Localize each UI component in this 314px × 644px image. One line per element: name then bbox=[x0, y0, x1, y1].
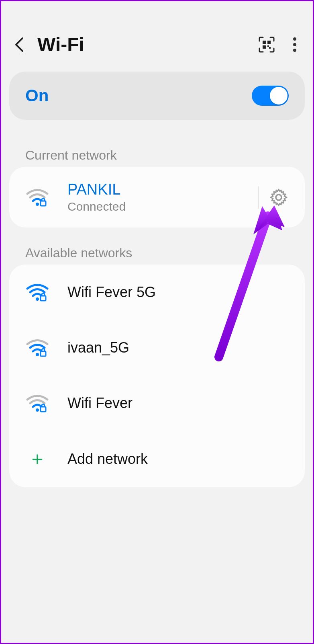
wifi-toggle-switch[interactable] bbox=[252, 86, 289, 106]
svg-point-5 bbox=[293, 37, 296, 41]
network-status: Connected bbox=[67, 200, 254, 213]
wifi-signal-icon bbox=[25, 338, 49, 357]
network-name: Wifi Fever 5G bbox=[67, 284, 289, 301]
available-networks-card: Wifi Fever 5G ivaan_5G bbox=[9, 265, 305, 487]
network-name: ivaan_5G bbox=[67, 339, 289, 356]
available-networks-label: Available networks bbox=[9, 238, 305, 265]
network-row[interactable]: Wifi Fever 5G bbox=[9, 265, 305, 320]
wifi-toggle-card: On bbox=[9, 72, 305, 120]
qr-code-icon bbox=[258, 36, 275, 53]
current-network-label: Current network bbox=[9, 140, 305, 167]
wifi-toggle-label: On bbox=[25, 86, 49, 105]
current-network-row[interactable]: PANKIL Connected bbox=[9, 167, 305, 228]
svg-rect-12 bbox=[41, 296, 46, 301]
network-row[interactable]: ivaan_5G bbox=[9, 320, 305, 375]
network-settings-button[interactable] bbox=[269, 187, 289, 207]
svg-point-8 bbox=[36, 203, 39, 206]
svg-rect-16 bbox=[41, 407, 46, 412]
wifi-signal-icon bbox=[25, 394, 49, 413]
svg-rect-0 bbox=[263, 41, 266, 44]
page-title: Wi-Fi bbox=[37, 33, 249, 55]
svg-rect-3 bbox=[267, 45, 269, 47]
back-button[interactable] bbox=[9, 35, 29, 55]
add-network-row[interactable]: + Add network bbox=[9, 431, 305, 487]
svg-point-7 bbox=[293, 49, 296, 52]
more-vertical-icon bbox=[293, 37, 297, 53]
network-name: PANKIL bbox=[67, 181, 254, 198]
svg-rect-2 bbox=[263, 45, 266, 49]
add-network-label: Add network bbox=[67, 451, 289, 468]
current-network-card: PANKIL Connected bbox=[9, 167, 305, 228]
more-options-button[interactable] bbox=[285, 35, 305, 55]
svg-rect-4 bbox=[269, 47, 271, 49]
network-name: Wifi Fever bbox=[67, 395, 289, 412]
svg-rect-14 bbox=[41, 351, 46, 356]
chevron-left-icon bbox=[14, 37, 25, 53]
svg-point-15 bbox=[36, 408, 39, 412]
qr-scan-button[interactable] bbox=[257, 35, 277, 55]
svg-rect-1 bbox=[267, 41, 271, 44]
svg-rect-9 bbox=[41, 201, 46, 206]
gear-icon bbox=[269, 188, 288, 207]
svg-point-10 bbox=[276, 195, 281, 200]
plus-icon: + bbox=[31, 449, 43, 469]
switch-knob bbox=[270, 87, 287, 105]
svg-point-13 bbox=[36, 353, 39, 356]
wifi-signal-icon bbox=[25, 188, 49, 207]
network-row[interactable]: Wifi Fever bbox=[9, 375, 305, 431]
wifi-signal-icon bbox=[25, 283, 49, 302]
svg-point-11 bbox=[36, 297, 39, 301]
svg-point-6 bbox=[293, 43, 296, 46]
